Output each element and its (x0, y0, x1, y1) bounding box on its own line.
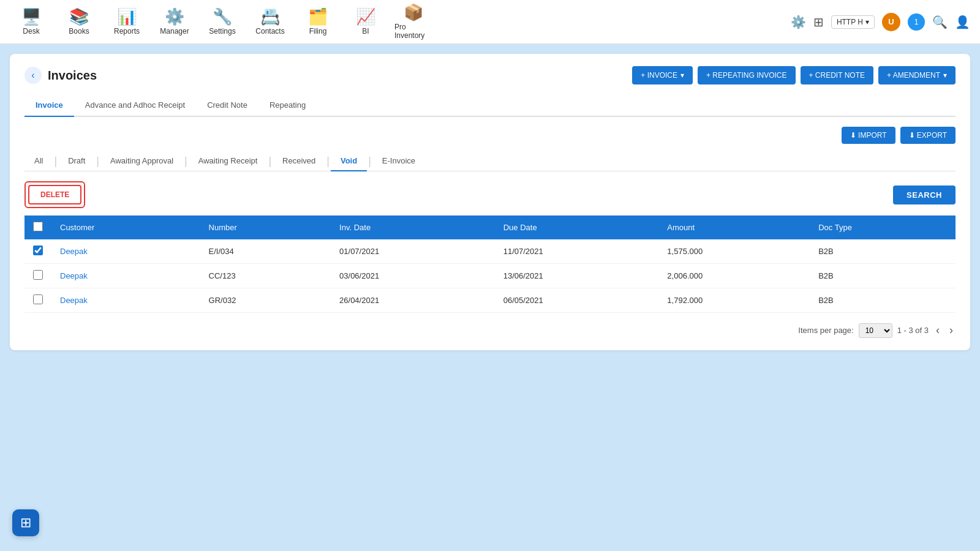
cell-customer-1: Deepak (51, 264, 200, 288)
nav-item-filing[interactable]: 🗂️ Filing (296, 5, 339, 39)
filter-tab-e-invoice[interactable]: E-Invoice (372, 151, 425, 171)
nav-item-reports[interactable]: 📊 Reports (105, 5, 148, 39)
row-checkbox-0 (24, 239, 51, 264)
nav-label-manager: Manager (160, 27, 189, 36)
pro-inventory-icon: 📦 (404, 4, 423, 20)
nav-label-contacts: Contacts (255, 27, 284, 36)
cell-inv_date-1: 03/06/2021 (331, 264, 495, 288)
nav-label-bi: BI (362, 27, 369, 36)
contacts-icon: 📇 (260, 9, 280, 24)
select-all-checkbox[interactable] (33, 222, 43, 231)
pagination-range: 1 - 3 of 3 (897, 326, 929, 335)
items-per-page-select[interactable]: 10 25 50 100 (859, 323, 892, 338)
nav-item-bi[interactable]: 📈 BI (344, 5, 387, 39)
invoice-button-label: + INVOICE (641, 71, 677, 80)
nav-label-books: Books (69, 27, 89, 36)
content-card: ‹ Invoices + INVOICE ▾ + REPEATING INVOI… (10, 54, 970, 350)
page-header: ‹ Invoices + INVOICE ▾ + REPEATING INVOI… (24, 66, 956, 84)
bi-icon: 📈 (356, 9, 375, 24)
export-label: ⬇ EXPORT (909, 131, 947, 140)
grid-icon[interactable]: ⊞ (813, 15, 824, 29)
customer-link-2[interactable]: Deepak (60, 296, 88, 305)
export-button[interactable]: ⬇ EXPORT (900, 127, 956, 144)
cell-amount-1: 2,006.000 (658, 264, 810, 288)
filter-tab-all[interactable]: All (24, 151, 53, 171)
col-number: Number (200, 216, 331, 239)
nav-item-contacts[interactable]: 📇 Contacts (249, 5, 292, 39)
nav-item-manager[interactable]: ⚙️ Manager (153, 5, 196, 39)
tab-repeating[interactable]: Repeating (258, 94, 317, 117)
delete-button[interactable]: DELETE (28, 185, 81, 204)
cell-customer-2: Deepak (51, 288, 200, 313)
cell-number-1: CC/123 (200, 264, 331, 288)
repeating-invoice-button[interactable]: + REPEATING INVOICE (698, 66, 795, 84)
avatar[interactable]: U (882, 13, 900, 31)
http-dropdown[interactable]: HTTP H ▾ (831, 15, 875, 29)
user-icon[interactable]: 👤 (955, 15, 970, 29)
table-body: DeepakE/I/03401/07/202111/07/20211,575.0… (24, 239, 956, 313)
checkbox-row-2[interactable] (33, 294, 43, 304)
cell-customer-0: Deepak (51, 239, 200, 264)
col-customer: Customer (51, 216, 200, 239)
header-actions: + INVOICE ▾ + REPEATING INVOICE + CREDIT… (632, 66, 956, 84)
filing-icon: 🗂️ (308, 9, 328, 24)
customer-link-0[interactable]: Deepak (60, 247, 88, 256)
chevron-down-icon: ▾ (943, 71, 947, 80)
separator: | (95, 155, 100, 168)
filter-tab-awaiting-receipt[interactable]: Awaiting Receipt (189, 151, 268, 171)
amendment-button[interactable]: + AMENDMENT ▾ (878, 66, 956, 84)
float-button[interactable]: ⊞ (12, 509, 39, 536)
search-icon[interactable]: 🔍 (932, 15, 948, 29)
nav-label-filing: Filing (309, 27, 327, 36)
pagination-row: Items per page: 10 25 50 100 1 - 3 of 3 … (24, 323, 956, 338)
customer-link-1[interactable]: Deepak (60, 271, 88, 280)
prev-page-button[interactable]: ‹ (933, 323, 942, 338)
col-due-date: Due Date (495, 216, 659, 239)
gear-icon[interactable]: ⚙️ (791, 15, 806, 29)
filter-tab-void[interactable]: Void (331, 151, 367, 171)
chevron-down-icon: ▾ (865, 18, 869, 26)
next-page-button[interactable]: › (947, 323, 956, 338)
col-checkbox (24, 216, 51, 239)
invoices-table: Customer Number Inv. Date Due Date Amoun… (24, 216, 956, 313)
nav-label-settings: Settings (209, 27, 235, 36)
import-button[interactable]: ⬇ IMPORT (842, 127, 895, 144)
cell-number-2: GR/032 (200, 288, 331, 313)
search-button[interactable]: SEARCH (893, 186, 956, 204)
chevron-down-icon: ▾ (680, 71, 684, 80)
invoice-button[interactable]: + INVOICE ▾ (632, 66, 693, 84)
filter-tab-draft[interactable]: Draft (58, 151, 95, 171)
books-icon: 📚 (69, 9, 89, 24)
page-title: Invoices (48, 69, 97, 83)
settings-icon: 🔧 (213, 9, 232, 24)
tab-advance-adhoc[interactable]: Advance and Adhoc Receipt (74, 94, 196, 117)
float-button-icon: ⊞ (20, 515, 31, 531)
separator: | (325, 155, 331, 168)
filter-tab-received[interactable]: Received (273, 151, 325, 171)
table-row: DeepakCC/12303/06/202113/06/20212,006.00… (24, 264, 956, 288)
http-label: HTTP H (837, 18, 863, 26)
page-header-left: ‹ Invoices (24, 67, 97, 84)
credit-note-button[interactable]: + CREDIT NOTE (801, 66, 873, 84)
nav-item-desk[interactable]: 🖥️ Desk (10, 5, 53, 39)
back-button[interactable]: ‹ (24, 67, 42, 84)
nav-item-books[interactable]: 📚 Books (58, 5, 100, 39)
cell-due_date-0: 11/07/2021 (495, 239, 659, 264)
cell-due_date-1: 13/06/2021 (495, 264, 659, 288)
tab-invoice[interactable]: Invoice (24, 94, 74, 117)
cell-number-0: E/I/034 (200, 239, 331, 264)
nav-item-pro-inventory[interactable]: 📦 Pro Inventory (392, 1, 435, 43)
checkbox-row-1[interactable] (33, 270, 43, 280)
cell-inv_date-0: 01/07/2021 (331, 239, 495, 264)
checkbox-row-0[interactable] (33, 246, 43, 255)
separator: | (367, 155, 372, 168)
cell-due_date-2: 06/05/2021 (495, 288, 659, 313)
table-header: Customer Number Inv. Date Due Date Amoun… (24, 216, 956, 239)
notification-badge[interactable]: 1 (908, 13, 925, 31)
cell-doc_type-2: B2B (810, 288, 956, 313)
table-row: DeepakGR/03226/04/202106/05/20211,792.00… (24, 288, 956, 313)
tab-credit-note[interactable]: Credit Note (196, 94, 258, 117)
credit-note-label: + CREDIT NOTE (809, 71, 865, 80)
nav-item-settings[interactable]: 🔧 Settings (201, 5, 244, 39)
filter-tab-awaiting-approval[interactable]: Awaiting Approval (100, 151, 183, 171)
